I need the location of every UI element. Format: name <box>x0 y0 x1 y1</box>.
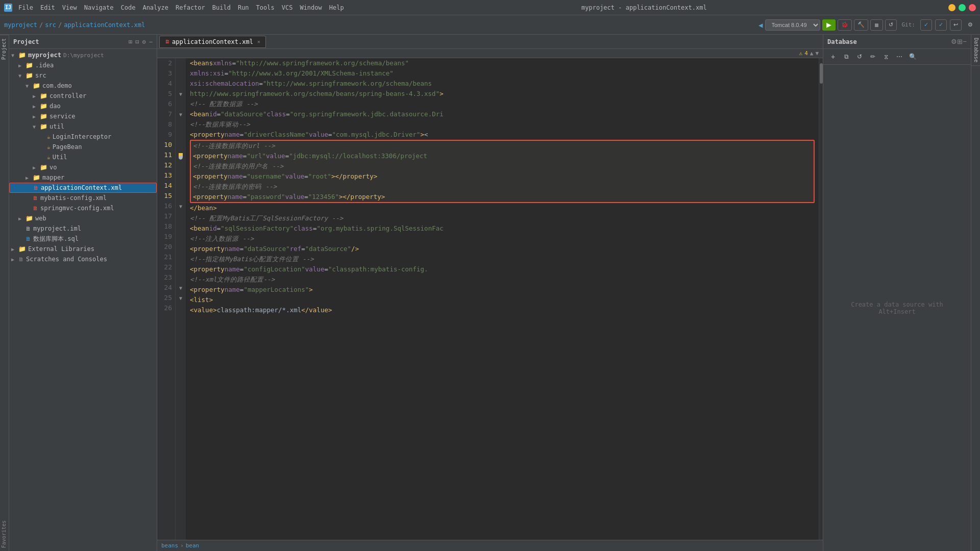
scroll-indicator[interactable] <box>819 58 823 540</box>
minimize-panel-icon[interactable]: − <box>149 38 153 45</box>
menu-run[interactable]: Run <box>238 4 249 11</box>
tree-item-util-class[interactable]: ☕ Util <box>9 152 157 162</box>
right-vertical-tabs: Database <box>971 35 980 551</box>
db-copy-btn[interactable]: ⧉ <box>841 51 852 62</box>
minimize-btn[interactable] <box>948 4 955 11</box>
expand-icon[interactable]: ⊞ <box>129 38 132 45</box>
refresh-button[interactable]: ↺ <box>885 19 897 31</box>
tree-item-dao[interactable]: ▶ 📁 dao <box>9 101 157 111</box>
menu-code[interactable]: Code <box>121 4 136 11</box>
db-refresh-btn[interactable]: ↺ <box>854 51 865 62</box>
breadcrumb-bean[interactable]: bean <box>186 542 200 549</box>
settings-icon[interactable]: ⚙ <box>142 38 146 45</box>
run-button[interactable]: ▶ <box>822 19 836 31</box>
menu-file[interactable]: File <box>18 4 33 11</box>
tree-item-mapper[interactable]: ▶ 📁 mapper <box>9 172 157 183</box>
tree-item-mybatis-config[interactable]: 🗎 mybatis-config.xml <box>9 193 157 203</box>
menu-vcs[interactable]: VCS <box>282 4 293 11</box>
code-line-5: http://www.springframework.org/schema/be… <box>190 89 815 99</box>
menu-help[interactable]: Help <box>329 4 344 11</box>
tree-item-myproject[interactable]: ▼ 📁 myproject D:\myproject <box>9 50 157 60</box>
warning-down-btn[interactable]: ▼ <box>815 50 819 57</box>
window-controls[interactable] <box>948 4 976 11</box>
editor-main: 2 3 4 5 6 7 8 9 10 11 12 13 14 15 16 17 … <box>157 58 823 540</box>
editor-tabs-bar: 🗎 applicationContext.xml ✕ <box>157 35 823 49</box>
warning-marker: ● <box>179 153 183 157</box>
tree-item-controller[interactable]: ▶ 📁 controller <box>9 91 157 101</box>
app-menu[interactable]: IJ File Edit View Navigate Code Analyze … <box>4 4 344 12</box>
git-check-btn[interactable]: ✓ <box>920 19 932 31</box>
code-line-22: <property name="configLocation" value="c… <box>190 264 815 274</box>
stop-button[interactable]: ⏹ <box>870 19 883 31</box>
database-minimize-btn[interactable]: − <box>963 38 967 45</box>
debug-button[interactable]: 🐞 <box>838 19 852 31</box>
database-settings-btn[interactable]: ⚙ <box>951 38 957 45</box>
code-line-19: <!--注入数据源 --> <box>190 234 815 244</box>
left-vertical-tabs: Project Favorites <box>0 35 9 551</box>
code-line-23: <!--xml文件的路径配置--> <box>190 274 815 285</box>
breadcrumb-beans[interactable]: beans <box>161 542 178 549</box>
menu-edit[interactable]: Edit <box>40 4 55 11</box>
build-button[interactable]: 🔨 <box>854 19 868 31</box>
code-line-17: <!-- 配置MyBatis工厂SqlSessionFactory --> <box>190 213 815 223</box>
menu-view[interactable]: View <box>62 4 77 11</box>
tree-item-web[interactable]: ▶ 📁 web <box>9 213 157 223</box>
code-line-4: xsi:schemaLocation="http://www.springfra… <box>190 79 815 89</box>
top-toolbar: myproject / src / applicationContext.xml… <box>0 15 980 35</box>
favorites-tab-vertical[interactable]: Favorites <box>0 517 9 551</box>
maximize-btn[interactable] <box>959 4 966 11</box>
tree-item-pagebean[interactable]: ☕ PageBean <box>9 142 157 152</box>
code-content[interactable]: <beans xmlns="http://www.springframework… <box>186 58 819 540</box>
toolbar-settings[interactable]: ⚙ <box>965 19 976 31</box>
database-tab-vertical[interactable]: Database <box>971 35 980 66</box>
tree-item-login-interceptor[interactable]: ☕ LoginInterceptor <box>9 132 157 142</box>
tree-item-springmvc-config[interactable]: 🗎 springmvc-config.xml <box>9 203 157 213</box>
db-edit-btn[interactable]: ✏ <box>867 51 878 62</box>
db-add-btn[interactable]: + <box>827 51 839 62</box>
warning-icon: ⚠ <box>799 50 803 57</box>
run-config-select[interactable]: Tomcat 8.0.49 <box>765 19 820 31</box>
menu-window[interactable]: Window <box>300 4 322 11</box>
git-push-btn[interactable]: ✓ <box>935 19 947 31</box>
menu-navigate[interactable]: Navigate <box>84 4 114 11</box>
tree-item-scratches[interactable]: ▶ 🗎 Scratches and Consoles <box>9 254 157 264</box>
menu-refactor[interactable]: Refactor <box>176 4 205 11</box>
back-icon[interactable]: ◀ <box>758 21 763 29</box>
tree-item-vo[interactable]: ▶ 📁 vo <box>9 162 157 172</box>
tree-item-external-libs[interactable]: ▶ 📁 External Libraries <box>9 244 157 254</box>
toolbar-run-group: ◀ Tomcat 8.0.49 ▶ 🐞 🔨 ⏹ ↺ <box>758 19 896 31</box>
database-panel: Database ⚙ ⊞ − + ⧉ ↺ ✏ ⧖ ⋯ 🔍 Create a da… <box>823 35 971 551</box>
close-btn[interactable] <box>969 4 976 11</box>
editor-tab-applicationcontext[interactable]: 🗎 applicationContext.xml ✕ <box>159 36 266 48</box>
tree-item-src[interactable]: ▼ 📁 src <box>9 70 157 81</box>
project-tab-vertical[interactable]: Project <box>0 35 9 63</box>
menu-build[interactable]: Build <box>212 4 231 11</box>
collapse-icon[interactable]: ⊟ <box>135 38 139 45</box>
tree-item-com-demo[interactable]: ▼ 📁 com.demo <box>9 81 157 91</box>
database-expand-btn[interactable]: ⊞ <box>957 38 963 45</box>
src-link[interactable]: src <box>45 21 56 29</box>
tree-item-application-context[interactable]: 🗎 applicationContext.xml <box>9 183 157 193</box>
code-line-3: xmlns:xsi="http://www.w3.org/2001/XMLSch… <box>190 68 815 79</box>
git-undo-btn[interactable]: ↩ <box>950 19 962 31</box>
tab-close-icon[interactable]: ✕ <box>257 39 260 44</box>
code-line-25: <list> <box>190 295 815 305</box>
code-line-20: <property name="dataSource" ref="dataSou… <box>190 244 815 254</box>
project-link[interactable]: myproject <box>4 21 37 29</box>
menu-tools[interactable]: Tools <box>256 4 275 11</box>
tree-item-util[interactable]: ▼ 📁 util <box>9 121 157 132</box>
tree-item-service[interactable]: ▶ 📁 service <box>9 111 157 121</box>
db-search-btn[interactable]: 🔍 <box>907 51 918 62</box>
file-link[interactable]: applicationContext.xml <box>64 21 145 29</box>
code-line-10: <!--连接数据库的url --> <box>191 141 814 151</box>
warning-up-btn[interactable]: ▲ <box>810 50 814 57</box>
menu-analyze[interactable]: Analyze <box>142 4 168 11</box>
tree-item-sql[interactable]: 🗎 数据库脚本.sql <box>9 234 157 244</box>
tree-item-idea[interactable]: ▶ 📁 .idea <box>9 60 157 70</box>
db-more-btn[interactable]: ⋯ <box>894 51 905 62</box>
code-line-21: <!--指定核MyBatis心配置文件位置 --> <box>190 254 815 264</box>
code-line-26: <value>classpath:mapper/*.xml</value> <box>190 305 815 315</box>
code-line-15: <property name="password" value="123456"… <box>191 192 814 202</box>
tree-item-iml[interactable]: 🗎 myproject.iml <box>9 223 157 234</box>
db-filter-btn[interactable]: ⧖ <box>880 51 892 62</box>
